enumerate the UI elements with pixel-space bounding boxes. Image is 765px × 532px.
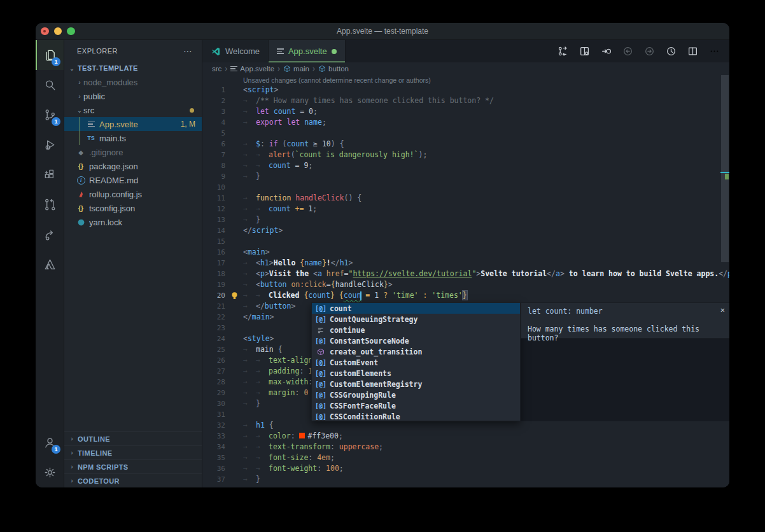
code-line[interactable]: 7→→alert(`count is dangerously high!`); (202, 150, 729, 160)
window-title: App.svelte — test-template (36, 23, 729, 39)
code-line[interactable]: 3→let count = 0; (202, 106, 729, 117)
code-line-content: →} (243, 474, 260, 485)
tree-root-label: TEST-TEMPLATE (78, 64, 138, 72)
code-line[interactable]: 6→$: if (count ≥ 10) { (202, 139, 729, 150)
suggestion-item-cssgroupingrule[interactable]: [@]CSSGroupingRule (312, 389, 520, 400)
overview-ruler-cursor-marker (720, 172, 729, 173)
tree-item-label: main.ts (99, 134, 126, 143)
tree-item-tsconfig-json[interactable]: {}tsconfig.json (64, 201, 202, 215)
navigate-back-icon[interactable] (598, 44, 614, 59)
breadcrumb-item-src[interactable]: src (212, 65, 221, 73)
tree-item-public[interactable]: ›public (64, 89, 202, 103)
suggestion-item-countqueuingstrategy[interactable]: [@]CountQueuingStrategy (312, 314, 520, 325)
suggestion-item-count[interactable]: [@]count (312, 303, 520, 314)
suggestion-item-cssfontfacerule[interactable]: [@]CSSFontFaceRule (312, 400, 520, 411)
tree-item-label: App.svelte (99, 120, 138, 129)
code-line[interactable]: 35→→font-size: 4em; (202, 452, 729, 463)
activity-item-run-debug-icon[interactable] (36, 130, 64, 160)
code-line[interactable]: 15 (202, 236, 729, 247)
code-line[interactable]: 19→<button on:click={handleClick}> (202, 279, 729, 290)
lightbulb-icon[interactable] (230, 291, 239, 300)
tree-item-node-modules[interactable]: ›node_modules (64, 75, 202, 89)
tree-item-readme-md[interactable]: iREADME.md (64, 173, 202, 187)
suggestion-item-customelements[interactable]: [@]customElements (312, 368, 520, 379)
suggestion-item-create_out_transition[interactable]: create_out_transition (312, 346, 520, 357)
file-tree: ›node_modules›public⌄srcApp.svelte1, MTS… (64, 75, 202, 229)
line-number: 25 (202, 344, 225, 355)
code-line[interactable]: 4→export let name; (202, 117, 729, 128)
activity-item-source-control-icon[interactable]: 1 (36, 100, 64, 130)
code-line[interactable]: 12→→count += 1; (202, 204, 729, 214)
code-line-content: →→count += 1; (243, 204, 317, 214)
tab-welcome[interactable]: Welcome (202, 40, 269, 62)
explorer-more-actions-icon[interactable]: ⋯ (183, 46, 193, 56)
suggestion-item-cssconditionrule[interactable]: [@]CSSConditionRule (312, 411, 520, 422)
code-line-content: →→Clicked {count} {coun ≡ 1 ? 'time' : '… (243, 290, 467, 301)
code-line[interactable]: 13→} (202, 214, 729, 225)
activity-item-accounts-icon[interactable]: 1 (36, 428, 64, 458)
file-history-icon[interactable] (663, 44, 678, 59)
activity-item-settings-icon[interactable] (36, 458, 64, 487)
code-line-content: →/** How many times has someone clicked … (243, 95, 494, 106)
tab-app-svelte[interactable]: App.svelte (269, 40, 346, 62)
activity-item-extensions-icon[interactable] (36, 160, 64, 190)
code-editor[interactable]: Unsaved changes (cannot determine recent… (202, 75, 729, 487)
breadcrumb-item-app-svelte[interactable]: App.svelte (230, 65, 274, 73)
breadcrumb-separator-icon: › (225, 64, 227, 73)
tree-item-app-svelte[interactable]: App.svelte1, M (64, 117, 202, 131)
open-preview-icon[interactable] (577, 44, 592, 59)
gitlens-blame-annotation[interactable]: Unsaved changes (cannot determine recent… (243, 76, 431, 84)
tree-item-src[interactable]: ⌄src (64, 103, 202, 117)
tree-item-package-json[interactable]: {}package.json (64, 159, 202, 173)
code-line[interactable]: 33→→color: #ff3e00; (202, 431, 729, 442)
sidebar-section-npm-scripts[interactable]: ›NPM SCRIPTS (64, 459, 202, 473)
code-line[interactable]: 17→<h1>Hello {name}!</h1> (202, 258, 729, 269)
code-line[interactable]: 34→→text-transform: uppercase; (202, 442, 729, 452)
suggestion-item-customelementregistry[interactable]: [@]CustomElementRegistry (312, 379, 520, 389)
code-line[interactable]: 36→→font-weight: 100; (202, 463, 729, 474)
code-line[interactable]: 14</script> (202, 225, 729, 236)
tree-item-rollup-config-js[interactable]: rollup.config.js (64, 187, 202, 201)
split-editor-icon[interactable] (685, 44, 700, 59)
code-line[interactable]: 5 (202, 128, 729, 139)
suggestion-item-constantsourcenode[interactable]: [@]ConstantSourceNode (312, 335, 520, 346)
code-line[interactable]: 2→/** How many times has someone clicked… (202, 95, 729, 106)
code-line[interactable]: 10 (202, 182, 729, 193)
more-actions-icon[interactable] (706, 44, 722, 59)
sidebar-section-outline[interactable]: ›OUTLINE (64, 431, 202, 445)
suggestion-item-continue[interactable]: continue (312, 325, 520, 335)
sidebar-section-codetour[interactable]: ›CODETOUR (64, 473, 202, 487)
compare-changes-icon[interactable] (555, 44, 570, 59)
tree-item--gitignore[interactable]: ◆.gitignore (64, 145, 202, 159)
code-line[interactable]: 20→→Clicked {count} {coun ≡ 1 ? 'time' :… (202, 290, 729, 301)
activity-item-explorer-icon[interactable]: 1 (36, 40, 64, 70)
next-change-icon (642, 44, 657, 59)
code-line[interactable]: 16<main> (202, 247, 729, 258)
suggestion-label: create_out_transition (330, 347, 422, 356)
code-line-content: →</button> (243, 301, 295, 312)
tree-item-yarn-lock[interactable]: yarn.lock (64, 215, 202, 229)
code-line[interactable]: 37→} (202, 474, 729, 485)
code-line[interactable]: 8→→count = 9; (202, 160, 729, 171)
activity-item-github-pr-icon[interactable] (36, 190, 64, 220)
code-line[interactable]: 9→} (202, 171, 729, 182)
code-line[interactable]: 18→<p>Visit the <a href="https://svelte.… (202, 269, 729, 279)
suggestion-item-customevent[interactable]: [@]CustomEvent (312, 357, 520, 368)
activity-item-azure-icon[interactable] (36, 249, 64, 279)
scrollbar-thumb[interactable] (721, 75, 729, 262)
suggest-widget-shadow (521, 338, 729, 421)
section-label: TIMELINE (78, 449, 113, 457)
activity-item-live-share-icon[interactable] (36, 220, 64, 249)
titlebar[interactable]: App.svelte — test-template (36, 23, 729, 40)
close-icon[interactable]: ✕ (720, 305, 725, 314)
breadcrumb-item-main[interactable]: main (283, 65, 309, 73)
color-swatch[interactable] (299, 433, 305, 438)
code-line-content: <main> (243, 247, 270, 258)
code-line[interactable]: 11→function handleClick() { (202, 193, 729, 204)
activity-item-search-icon[interactable] (36, 70, 64, 100)
code-line[interactable]: 1<script> (202, 85, 729, 95)
sidebar-section-timeline[interactable]: ›TIMELINE (64, 445, 202, 459)
breadcrumb-item-button[interactable]: button (318, 65, 349, 73)
tree-item-main-ts[interactable]: TSmain.ts (64, 131, 202, 145)
tree-root-test-template[interactable]: ⌄ TEST-TEMPLATE (64, 61, 202, 75)
